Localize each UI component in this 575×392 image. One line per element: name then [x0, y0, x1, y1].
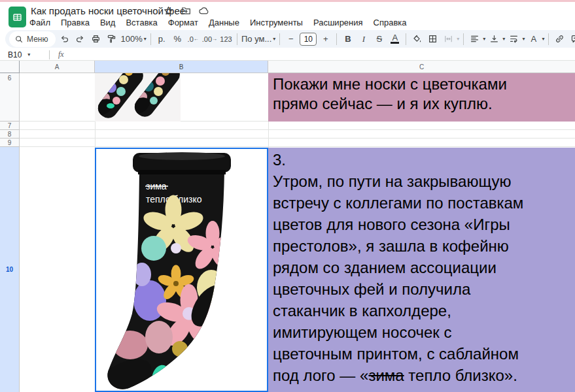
borders-button[interactable]: [426, 32, 440, 46]
paint-roller-icon: [107, 34, 116, 44]
move-to-folder-icon[interactable]: [181, 6, 191, 16]
text-wrap-button[interactable]: [507, 32, 521, 46]
insert-comment-button[interactable]: [568, 32, 575, 46]
search-icon: [15, 35, 23, 43]
search-menus-button[interactable]: Меню: [9, 31, 56, 47]
column-header-c[interactable]: C: [268, 61, 575, 73]
merge-cells-button[interactable]: [442, 32, 455, 46]
cell-c10-last-line: под лого — «зима тепло близко».: [273, 365, 575, 386]
menu-edit[interactable]: Правка: [61, 18, 90, 27]
increase-decimal-button[interactable]: .00→: [202, 32, 217, 46]
decrease-font-size-button[interactable]: −: [284, 32, 298, 46]
cell-c10-line: престолов», я зашла в кофейню: [273, 235, 575, 257]
text-color-swatch: [391, 42, 399, 44]
paint-format-button[interactable]: [105, 32, 118, 46]
row-header-10[interactable]: 10: [0, 147, 20, 392]
italic-button[interactable]: I: [357, 32, 370, 46]
toolbar-separator: [406, 33, 406, 45]
row-header-6[interactable]: 6: [0, 73, 20, 122]
formula-input[interactable]: [64, 49, 575, 60]
struck-word: зима: [368, 367, 404, 384]
halign-caret-icon[interactable]: ▾: [483, 36, 485, 42]
search-label: Меню: [27, 35, 48, 44]
more-formats-button[interactable]: 123: [219, 32, 233, 46]
undo-icon: [60, 34, 69, 44]
comment-icon: [570, 34, 575, 44]
decrease-decimal-arrow-icon: ←: [194, 36, 199, 42]
undo-button[interactable]: [58, 32, 71, 46]
font-family-select[interactable]: По ум...: [241, 32, 271, 46]
menu-help[interactable]: Справка: [374, 18, 407, 27]
cell-b6-socks-image[interactable]: [95, 73, 181, 122]
increase-font-size-button[interactable]: +: [319, 32, 332, 46]
text-color-button[interactable]: A: [388, 32, 402, 46]
cell-c6[interactable]: Покажи мне носки с цветочками прямо сейч…: [268, 73, 575, 122]
toolbar-separator: [279, 33, 280, 45]
menu-file[interactable]: Файл: [29, 18, 50, 27]
currency-format-button[interactable]: р.: [155, 32, 169, 46]
wrap-caret-icon[interactable]: ▾: [522, 36, 525, 42]
print-icon: [91, 34, 101, 44]
row-header-8[interactable]: 8: [0, 130, 20, 139]
menu-data[interactable]: Данные: [209, 18, 239, 27]
name-box[interactable]: B10 ▾: [0, 50, 47, 59]
merge-cells-icon: [444, 34, 453, 44]
row-header-7[interactable]: 7: [0, 122, 20, 130]
bold-button[interactable]: B: [341, 32, 355, 46]
merge-caret-icon[interactable]: ▾: [457, 36, 459, 42]
menu-format[interactable]: Формат: [168, 18, 198, 27]
rotation-caret-icon[interactable]: ▾: [542, 36, 544, 42]
redo-button[interactable]: [73, 32, 87, 46]
cell-b10-selected[interactable]: зима тепло близко: [95, 148, 268, 392]
toolbar-separator: [237, 33, 237, 45]
document-title[interactable]: Как продать носки цветочной фее: [31, 5, 185, 16]
menu-insert[interactable]: Вставка: [126, 18, 157, 27]
cell-c10-line: рядом со зданием ассоциации: [273, 257, 575, 278]
cell-c10-line: Утром, по пути на закрывающую: [273, 171, 575, 192]
column-header-b[interactable]: B: [95, 61, 268, 73]
namebox-caret-icon[interactable]: ▾: [27, 52, 30, 57]
cell-c10[interactable]: 3. Утром, по пути на закрывающую встречу…: [268, 148, 575, 392]
menu-view[interactable]: Вид: [100, 18, 116, 27]
zoom-control[interactable]: 100%: [120, 32, 142, 46]
cell-c10-line: цветов для нового сезона «Игры: [273, 214, 575, 235]
zoom-caret-icon[interactable]: ▾: [144, 36, 147, 42]
vertical-align-button[interactable]: [487, 32, 501, 46]
align-bottom-icon: [489, 34, 499, 44]
menu-extensions[interactable]: Расширения: [313, 18, 363, 27]
row-9-band[interactable]: [20, 139, 575, 147]
font-size-input[interactable]: 10: [300, 33, 317, 46]
cell-c10-line: имитирующем носочек с: [273, 321, 575, 343]
valign-caret-icon[interactable]: ▾: [502, 36, 505, 42]
print-button[interactable]: [89, 32, 103, 46]
increase-decimal-arrow-icon: →: [212, 36, 217, 42]
text-wrap-icon: [509, 34, 519, 44]
fill-color-button[interactable]: [410, 32, 424, 46]
fx-label: fx: [58, 50, 64, 59]
redo-icon: [75, 34, 85, 44]
insert-link-button[interactable]: [553, 32, 566, 46]
percent-format-button[interactable]: %: [171, 32, 184, 46]
cell-c10-line: цветочных фей и получила: [273, 278, 575, 300]
formula-bar: B10 ▾ fx: [0, 49, 575, 61]
strikethrough-button[interactable]: S: [372, 32, 386, 46]
star-icon[interactable]: [164, 6, 173, 16]
row-7-band[interactable]: [20, 122, 575, 130]
column-header-a[interactable]: A: [20, 61, 95, 73]
cloud-saved-icon[interactable]: [199, 6, 209, 16]
row-8-band[interactable]: [20, 130, 575, 139]
link-icon: [555, 34, 565, 44]
google-sheets-app: Как продать носки цветочной фее Файл Пра…: [0, 0, 575, 392]
cell-c10-line: 3.: [273, 149, 575, 171]
spreadsheet-grid: A B C 6 7 8 9 10: [0, 61, 575, 392]
sheets-logo-icon[interactable]: [9, 7, 26, 27]
app-header: Как продать носки цветочной фее Файл Пра…: [0, 2, 575, 29]
menu-tools[interactable]: Инструменты: [250, 18, 303, 27]
select-all-corner[interactable]: [0, 61, 20, 73]
toolbar-separator: [336, 33, 337, 45]
text-rotation-button[interactable]: A: [527, 32, 540, 46]
horizontal-align-button[interactable]: [468, 32, 481, 46]
decrease-decimal-button[interactable]: .0←: [186, 32, 200, 46]
row-header-9[interactable]: 9: [0, 139, 20, 147]
font-caret-icon[interactable]: ▾: [273, 36, 275, 42]
